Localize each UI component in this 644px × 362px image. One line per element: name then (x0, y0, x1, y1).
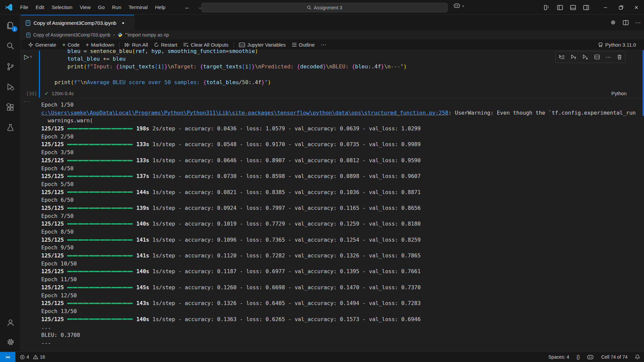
explorer-icon[interactable]: 1 (5, 19, 16, 31)
epoch-label: Epoch 5/50 (41, 180, 642, 188)
epoch-label: Epoch 9/50 (41, 244, 642, 252)
settings-gear-icon[interactable] (610, 19, 616, 25)
code-editor[interactable]: bleu = sentence_bleu(ref, hyp, smoothing… (42, 47, 639, 90)
epoch-time: 143s (136, 299, 149, 307)
toggle-panel-icon[interactable] (570, 5, 576, 10)
split-cell-icon[interactable] (594, 55, 600, 59)
epoch-progress-line: 125/125137s 1s/step - accuracy: 0.0730 -… (41, 172, 642, 180)
restore-button[interactable] (613, 0, 629, 15)
source-control-icon[interactable] (5, 61, 16, 72)
cell-divider (21, 98, 644, 98)
run-below-icon[interactable] (583, 54, 588, 60)
problems-indicator[interactable]: 4 16 (20, 354, 45, 360)
epoch-label: Epoch 1/50 (41, 101, 642, 109)
progress-bar (67, 318, 133, 320)
extensions-icon[interactable] (5, 102, 16, 113)
epoch-label: Epoch 12/50 (41, 292, 642, 300)
minimize-button[interactable]: – (598, 0, 613, 15)
menu-go[interactable]: Go (95, 3, 108, 11)
epoch-progress-line: 125/125140s 1s/step - accuracy: 0.1363 -… (41, 315, 642, 323)
code-line: print(f"\nAverage BLEU score over 50 sam… (42, 78, 639, 86)
progress-count: 125/125 (41, 188, 64, 196)
settings-gear-icon[interactable] (5, 336, 16, 348)
scrollbar-decoration[interactable] (643, 50, 644, 116)
epoch-time: 133s (136, 140, 149, 148)
toggle-primary-sidebar-icon[interactable] (557, 5, 563, 10)
execute-by-line-icon[interactable] (559, 55, 565, 60)
menu-selection[interactable]: Selection (48, 3, 76, 11)
epoch-time: 137s (136, 172, 149, 180)
epoch-time: 141s (136, 252, 149, 260)
epoch-metrics: 1s/step - accuracy: 0.0730 - loss: 0.859… (149, 172, 421, 180)
menu-run[interactable]: Run (109, 3, 125, 11)
toggle-secondary-sidebar-icon[interactable] (583, 5, 589, 10)
delete-cell-icon[interactable] (617, 54, 622, 60)
menu-edit[interactable]: Edit (32, 3, 48, 11)
code-line: total_bleu += bleu (42, 55, 639, 63)
epoch-time: 141s (136, 236, 149, 244)
progress-count: 125/125 (41, 267, 64, 276)
kernel-picker[interactable]: Python 3.11.0 (598, 42, 636, 48)
copilot-status-icon[interactable] (587, 355, 594, 360)
activity-bar: 1 (0, 15, 21, 351)
run-cell-button[interactable]: ▷ ∨ (24, 53, 32, 61)
indentation-indicator[interactable]: Spaces: 4 (548, 354, 569, 360)
account-icon[interactable] (5, 317, 16, 328)
menu-terminal[interactable]: Terminal (125, 3, 151, 11)
split-editor-icon[interactable] (623, 20, 629, 25)
menu-help[interactable]: Help (152, 3, 169, 11)
customize-layout-icon[interactable] (544, 5, 550, 10)
breadcrumb-cell[interactable]: '''import numpy as np (125, 32, 169, 38)
epoch-metrics: 1s/step - accuracy: 0.0646 - loss: 0.890… (149, 157, 421, 165)
tab-notebook[interactable]: Copy of Assignment3Comp703.ipynb ● (21, 15, 134, 30)
menu-file[interactable]: File (17, 3, 32, 11)
epoch-progress-line: 125/125139s 1s/step - accuracy: 0.0924 -… (41, 204, 642, 212)
epoch-label: Epoch 7/50 (41, 212, 642, 220)
cell-more-actions-icon[interactable]: ⋯ (606, 54, 611, 60)
progress-bar (67, 191, 133, 193)
warning-file-link[interactable]: c:\Users\samke\AppData\Local\Programs\Py… (41, 110, 448, 116)
remote-indicator[interactable]: >< (0, 352, 15, 362)
output-options-icon[interactable]: ··· (23, 98, 30, 105)
search-icon (307, 5, 312, 10)
vscode-logo-icon (5, 3, 13, 11)
cell-position-indicator[interactable]: Cell 74 of 74 (601, 354, 628, 360)
sparkle-icon (28, 42, 33, 47)
testing-beaker-icon[interactable] (5, 122, 16, 133)
cell-toolbar: ⋯ (555, 51, 626, 63)
menu-view[interactable]: View (76, 3, 94, 11)
svg-text:(x): (x) (239, 44, 244, 47)
command-center-search[interactable]: Assignment 3 (201, 3, 448, 12)
epoch-time: 133s (136, 157, 149, 165)
epoch-time: 140s (136, 267, 149, 276)
outline-icon (292, 43, 297, 47)
epoch-progress-line: 125/125140s 1s/step - accuracy: 0.1019 -… (41, 220, 642, 228)
epoch-time: 144s (136, 188, 149, 196)
epoch-metrics: 1s/step - accuracy: 0.1120 - loss: 0.728… (149, 252, 421, 260)
epoch-progress-line: 125/125141s 1s/step - accuracy: 0.1120 -… (41, 252, 642, 260)
copilot-menu[interactable]: ∨ (453, 3, 464, 8)
code-line: bleu = sentence_bleu(ref, hyp, smoothing… (42, 47, 639, 55)
epoch-progress-line: 125/125198s 2s/step - accuracy: 0.0436 -… (41, 125, 642, 133)
run-above-icon[interactable] (571, 54, 577, 60)
more-actions-icon[interactable]: ⋯ (635, 19, 641, 26)
run-debug-icon[interactable] (5, 81, 16, 93)
language-braces-indicator[interactable]: {} (577, 354, 580, 360)
search-view-icon[interactable] (5, 40, 16, 52)
epoch-progress-line: 125/125133s 1s/step - accuracy: 0.0548 -… (41, 140, 642, 148)
warning-text: : UserWarning: Even though the `tf.confi… (448, 110, 636, 116)
close-button[interactable]: × (629, 0, 644, 15)
epoch-label: Epoch 11/50 (41, 276, 642, 284)
epoch-metrics: 1s/step - accuracy: 0.1019 - loss: 0.772… (149, 220, 421, 228)
warning-icon (33, 355, 38, 359)
epoch-label: Epoch 4/50 (41, 165, 642, 173)
epoch-time: 140s (136, 315, 149, 323)
output-tail-line: BLEU: 0.3708 (41, 331, 642, 339)
cell-language[interactable]: Python (611, 91, 627, 96)
epoch-progress-line: 125/125141s 1s/step - accuracy: 0.1096 -… (41, 236, 642, 244)
breadcrumb-file[interactable]: Copy of Assignment3Comp703.ipynb (33, 32, 110, 38)
modified-dot-icon[interactable]: ● (122, 21, 124, 25)
back-arrow-icon[interactable]: ← (182, 4, 192, 11)
notifications-bell-icon[interactable] (635, 354, 640, 360)
epoch-label: Epoch 10/50 (41, 260, 642, 268)
